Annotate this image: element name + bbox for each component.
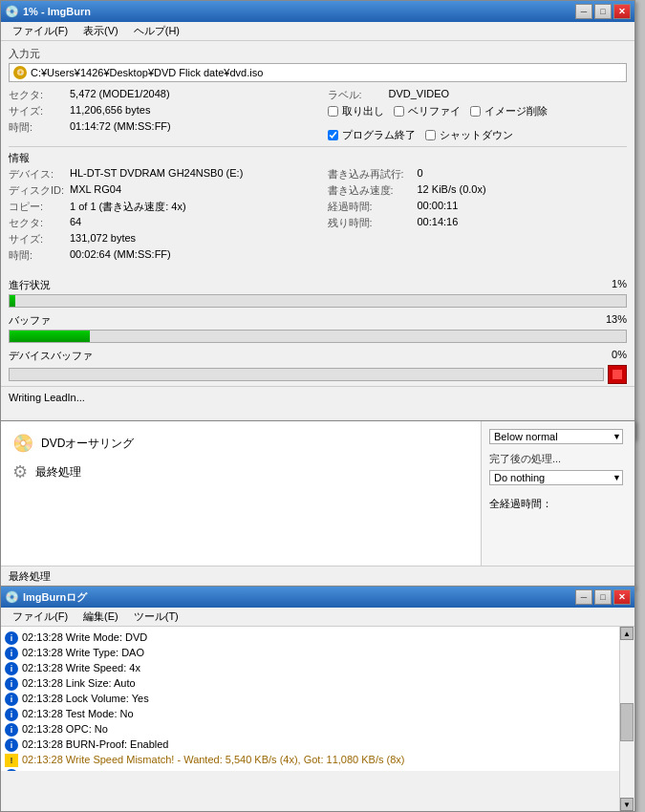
size-row: サイズ: 11,206,656 bytes (9, 104, 309, 118)
device-buffer-header: デバイスバッファ 0% (9, 349, 627, 363)
minimize-button[interactable]: ─ (575, 4, 592, 19)
queue-footer-text: 最終処理 (9, 569, 51, 584)
completion-label: 完了後の処理... (489, 452, 627, 466)
diskid-key: ディスクID: (9, 183, 66, 198)
checkbox-verify: ベリファイ (394, 104, 461, 118)
elapsed-val: 00:00:11 (418, 200, 459, 214)
log-menu-file[interactable]: ファイル(F) (5, 608, 75, 626)
buffer-header: バッファ 13% (9, 313, 627, 328)
quit-checkbox[interactable] (328, 130, 338, 140)
delete-image-checkbox[interactable] (470, 106, 481, 117)
copy-val: 1 of 1 (書き込み速度: 4x) (70, 200, 186, 214)
queue-item-dvd: 📀 DVDオーサリング (9, 429, 473, 458)
info-size-row: サイズ: 131,072 bytes (9, 232, 309, 246)
queue-item-final: ⚙ 最終処理 (9, 458, 473, 486)
queue-task-list: 📀 DVDオーサリング ⚙ 最終処理 (1, 421, 482, 566)
diskid-val: MXL RG04 (70, 183, 121, 198)
shutdown-checkbox[interactable] (425, 130, 436, 140)
main-window-title: 1% - ImgBurn (23, 6, 91, 17)
copy-key: コピー: (9, 200, 66, 214)
log-entry-9: i 02:13:28 The drive only supports writi… (5, 768, 615, 771)
log-scrollbar[interactable]: ▲ ▼ (619, 627, 634, 811)
sector-row: セクタ: 5,472 (MODE1/2048) (9, 88, 309, 102)
log-icon-info-1: i (5, 647, 18, 660)
status-bar: Writing LeadIn... (1, 386, 634, 407)
remaining-key: 残り時間: (328, 216, 414, 230)
checkbox-group: 取り出し ベリファイ イメージ削除 プログラム終了 (328, 104, 628, 142)
log-menu-edit[interactable]: 編集(E) (75, 608, 126, 626)
progress-header: 進行状況 1% (9, 278, 627, 292)
log-text-0: 02:13:28 Write Mode: DVD (22, 630, 147, 645)
log-minimize-button[interactable]: ─ (575, 589, 592, 605)
queue-window: 📀 DVDオーサリング ⚙ 最終処理 Idle Below normal Nor… (0, 420, 635, 588)
log-entry-6: i 02:13:28 OPC: No (5, 722, 615, 737)
retry-row: 書き込み再試行: 0 (328, 167, 628, 182)
info-sector-val: 64 (70, 216, 81, 230)
checkbox-delete-image: イメージ削除 (470, 104, 548, 118)
log-close-button[interactable]: ✕ (613, 589, 631, 605)
title-bar-left: 💿 1% - ImgBurn (5, 5, 91, 18)
device-buffer-pct: 0% (612, 349, 627, 363)
log-icon-info-0: i (5, 631, 18, 645)
main-menu-bar: ファイル(F) 表示(V) ヘルプ(H) (1, 22, 634, 41)
info-left-col: デバイス: HL-DT-ST DVDRAM GH24NSB0 (E:) ディスク… (9, 167, 309, 265)
top-info-right: ラベル: DVD_VIDEO 取り出し ベリファイ イメージ削除 (328, 88, 628, 142)
log-window-title: ImgBurnログ (23, 590, 87, 605)
stop-button[interactable] (608, 365, 627, 384)
progress-label: 進行状況 (9, 278, 51, 292)
log-menu-bar: ファイル(F) 編集(E) ツール(T) (1, 608, 634, 627)
file-path-box: 📀 C:¥Users¥1426¥Desktop¥DVD Flick date¥d… (9, 63, 627, 82)
file-path-text: C:¥Users¥1426¥Desktop¥DVD Flick date¥dvd… (31, 67, 263, 78)
retry-val: 0 (418, 167, 423, 182)
sector-val: 5,472 (MODE1/2048) (70, 88, 170, 102)
diskid-row: ディスクID: MXL RG04 (9, 183, 309, 198)
size-key: サイズ: (9, 104, 66, 118)
write-speed-row: 書き込み速度: 12 KiB/s (0.0x) (328, 183, 628, 198)
queue-settings-panel: Idle Below normal Normal Above normal Hi… (482, 421, 634, 566)
divider-1 (9, 146, 627, 147)
time-row: 時間: 01:14:72 (MM:SS:FF) (9, 120, 309, 135)
label-key: ラベル: (328, 88, 385, 102)
log-icon-info-9: i (5, 769, 18, 771)
log-menu-tools[interactable]: ツール(T) (126, 608, 186, 626)
buffer-bar-fill (10, 331, 90, 342)
log-body: i 02:13:28 Write Mode: DVD i 02:13:28 Wr… (1, 627, 634, 811)
progress-row: 進行状況 1% (9, 278, 627, 308)
eject-checkbox[interactable] (328, 106, 338, 117)
device-key: デバイス: (9, 167, 66, 182)
checkbox-eject: 取り出し (328, 104, 384, 118)
completion-select[interactable]: Do nothing Shutdown Hibernate Standby (489, 470, 623, 485)
dvd-authoring-label: DVDオーサリング (41, 436, 134, 452)
write-speed-val: 12 KiB/s (0.0x) (418, 183, 486, 198)
priority-select[interactable]: Idle Below normal Normal Above normal Hi… (489, 429, 623, 444)
quit-label: プログラム終了 (342, 128, 416, 142)
log-icon-info-2: i (5, 662, 18, 675)
imgburn-main-window: 💿 1% - ImgBurn ─ □ ✕ ファイル(F) 表示(V) ヘルプ(H… (0, 0, 635, 439)
scrollbar-down-btn[interactable]: ▼ (620, 798, 634, 811)
scrollbar-thumb[interactable] (620, 703, 634, 741)
cd-icon: 📀 (13, 66, 27, 79)
log-entry-5: i 02:13:28 Test Mode: No (5, 707, 615, 721)
info-sector-row: セクタ: 64 (9, 216, 309, 230)
menu-help[interactable]: ヘルプ(H) (126, 22, 187, 40)
info-right-col: 書き込み再試行: 0 書き込み速度: 12 KiB/s (0.0x) 経過時間:… (328, 167, 628, 265)
verify-checkbox[interactable] (394, 106, 404, 117)
log-text-3: 02:13:28 Link Size: Auto (22, 676, 136, 691)
elapsed-total-label: 全経過時間： (489, 498, 552, 509)
maximize-button[interactable]: □ (594, 4, 612, 19)
status-text: Writing LeadIn... (9, 392, 85, 403)
write-speed-key: 書き込み速度: (328, 183, 414, 198)
log-window: 💿 ImgBurnログ ─ □ ✕ ファイル(F) 編集(E) ツール(T) i… (0, 586, 635, 812)
log-title-bar: 💿 ImgBurnログ ─ □ ✕ (1, 587, 634, 608)
device-val: HL-DT-ST DVDRAM GH24NSB0 (E:) (70, 167, 243, 182)
close-button[interactable]: ✕ (613, 4, 631, 19)
log-maximize-button[interactable]: □ (594, 589, 612, 605)
device-buffer-label: デバイスバッファ (9, 349, 93, 363)
scrollbar-up-btn[interactable]: ▲ (620, 627, 634, 640)
delete-image-label: イメージ削除 (484, 104, 548, 118)
menu-view[interactable]: 表示(V) (75, 22, 126, 40)
queue-footer: 最終処理 (1, 566, 634, 587)
menu-file[interactable]: ファイル(F) (5, 22, 75, 40)
log-icon-info-4: i (5, 693, 18, 706)
log-text-1: 02:13:28 Write Type: DAO (22, 646, 144, 660)
